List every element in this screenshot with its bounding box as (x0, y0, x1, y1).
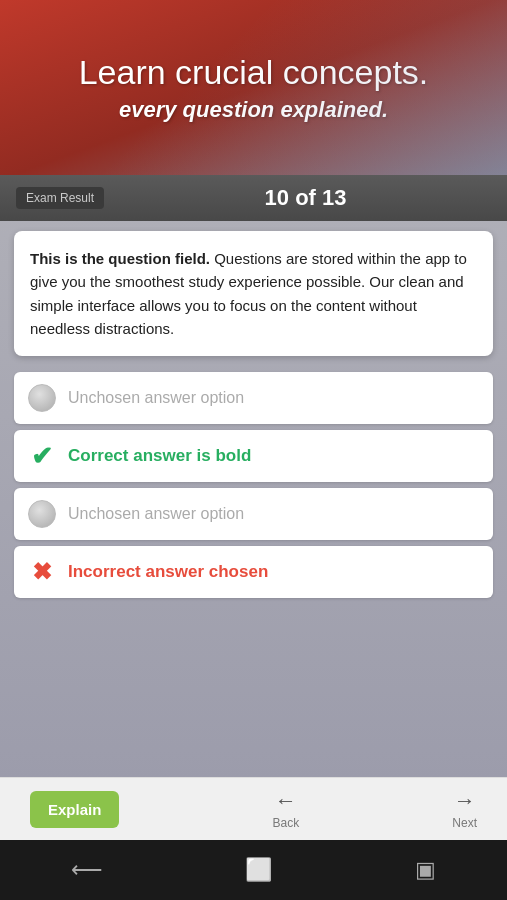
header-area: Learn crucial concepts. every question e… (0, 0, 507, 175)
back-arrow-icon: ← (275, 788, 297, 814)
header-subtitle-period: . (382, 97, 388, 122)
answer-label-correct: Correct answer is bold (68, 446, 251, 466)
android-back-button[interactable]: ⟵ (71, 857, 103, 883)
android-home-button[interactable]: ⬜ (245, 857, 272, 883)
question-bold: This is the question field. (30, 250, 210, 267)
question-card: This is the question field. Questions ar… (14, 231, 493, 356)
back-label: Back (272, 816, 299, 830)
checkmark-icon: ✔ (28, 442, 56, 470)
answer-option-correct[interactable]: ✔ Correct answer is bold (14, 430, 493, 482)
answer-label-1: Unchosen answer option (68, 389, 244, 407)
answer-label-2: Unchosen answer option (68, 505, 244, 523)
exam-result-label: Exam Result (16, 187, 104, 209)
answer-option-incorrect[interactable]: ✖ Incorrect answer chosen (14, 546, 493, 598)
header-subtitle: every question explained. (119, 97, 388, 123)
android-nav-bar: ⟵ ⬜ ▣ (0, 840, 507, 900)
answers-section: Unchosen answer option ✔ Correct answer … (0, 366, 507, 604)
header-subtitle-plain: every question (119, 97, 280, 122)
answer-option-unchosen-1[interactable]: Unchosen answer option (14, 372, 493, 424)
main-content: Exam Result 10 of 13 This is the questio… (0, 175, 507, 840)
android-recents-button[interactable]: ▣ (415, 857, 436, 883)
exam-result-bar: Exam Result 10 of 13 (0, 175, 507, 221)
exam-result-count: 10 of 13 (120, 185, 491, 211)
radio-icon-2 (28, 500, 56, 528)
header-subtitle-bold: explained (280, 97, 381, 122)
next-label: Next (452, 816, 477, 830)
next-arrow-icon: → (454, 788, 476, 814)
xmark-icon: ✖ (28, 558, 56, 586)
explain-button[interactable]: Explain (30, 791, 119, 828)
answer-label-incorrect: Incorrect answer chosen (68, 562, 268, 582)
bottom-toolbar: Explain ← Back → Next (0, 777, 507, 840)
radio-icon-1 (28, 384, 56, 412)
header-title: Learn crucial concepts. (79, 52, 429, 93)
next-button[interactable]: → Next (452, 788, 477, 830)
back-button[interactable]: ← Back (272, 788, 299, 830)
answer-option-unchosen-2[interactable]: Unchosen answer option (14, 488, 493, 540)
question-text: This is the question field. Questions ar… (30, 247, 477, 340)
